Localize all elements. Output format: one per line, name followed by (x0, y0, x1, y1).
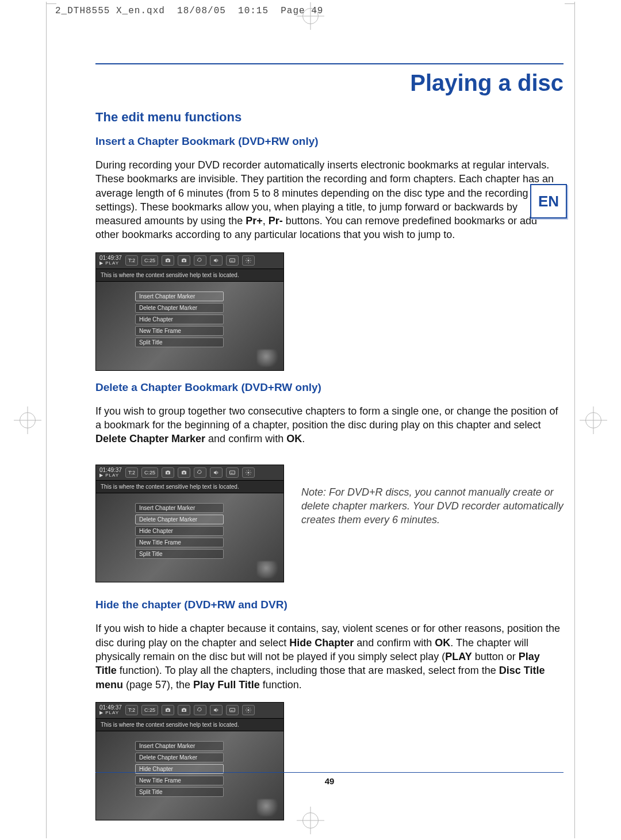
audio-icon (210, 255, 223, 266)
osd-menu: Insert Chapter MarkerDelete Chapter Mark… (96, 493, 283, 582)
osd-hide: 01:49:37▶ PLAYT:2C:25This is where the c… (95, 702, 284, 820)
osd-toolbar: 01:49:37▶ PLAYT:2C:25 (96, 703, 283, 719)
osd-chapter-chip: C:25 (141, 467, 158, 478)
osd-with-note-row: 01:49:37▶ PLAYT:2C:25This is where the c… (95, 457, 564, 589)
osd-preview-ghost (257, 561, 280, 578)
repeat-icon (194, 705, 206, 715)
audio-icon (210, 467, 223, 478)
osd-help-text: This is where the context sensitive help… (96, 719, 283, 731)
svg-rect-16 (233, 711, 234, 711)
page-title-rule (95, 63, 564, 64)
osd-chapter-chip: C:25 (141, 255, 158, 266)
osd-menu-item[interactable]: Insert Chapter Marker (135, 291, 224, 301)
osd-menu-item[interactable]: Split Title (135, 337, 224, 347)
osd-play-label: ▶ PLAY (99, 261, 122, 266)
angle-b-icon (178, 705, 190, 715)
svg-point-0 (167, 260, 168, 262)
crop-rule-left (46, 2, 47, 838)
subsection-insert-heading: Insert a Chapter Bookmark (DVD+RW only) (95, 135, 564, 148)
page-title: Playing a disc (95, 70, 564, 96)
svg-point-17 (247, 709, 249, 711)
svg-point-11 (247, 472, 249, 474)
osd-title-chip: T:2 (125, 255, 138, 266)
angle-b-icon (178, 467, 190, 478)
svg-rect-15 (231, 711, 233, 711)
osd-menu-item[interactable]: Insert Chapter Marker (135, 741, 224, 751)
subsection-insert-body: During recording your DVD recorder autom… (95, 158, 564, 242)
subtitle-icon (226, 705, 239, 715)
crop-tick-left (46, 3, 56, 4)
osd-menu-item[interactable]: Split Title (135, 549, 224, 559)
svg-point-12 (167, 709, 168, 711)
registration-mark-right (580, 406, 607, 434)
osd-toolbar: 01:49:37▶ PLAYT:2C:25 (96, 465, 283, 481)
subsection-hide-body: If you wish to hide a chapter because it… (95, 622, 564, 691)
settings-icon (242, 705, 255, 715)
svg-rect-8 (229, 471, 235, 474)
osd-menu-item[interactable]: Hide Chapter (135, 314, 224, 324)
angle-a-icon (162, 705, 174, 715)
osd-menu-item[interactable]: Delete Chapter Marker (135, 753, 224, 762)
menu-play-full-title: Play Full Title (193, 679, 260, 691)
osd-preview-ghost (257, 799, 280, 816)
osd-help-text: This is where the context sensitive help… (96, 269, 283, 282)
osd-menu-item[interactable]: Delete Chapter Marker (135, 515, 224, 524)
osd-menu: Insert Chapter MarkerDelete Chapter Mark… (96, 282, 283, 370)
osd-timecode: 01:49:37▶ PLAY (99, 255, 122, 266)
svg-rect-9 (231, 473, 233, 474)
text: If you wish to group together two consec… (95, 405, 558, 431)
key-ok: OK (286, 433, 302, 444)
osd-title-chip: T:2 (125, 705, 138, 715)
subtitle-icon (226, 467, 239, 478)
osd-toolbar: 01:49:37▶ PLAYT:2C:25 (96, 253, 283, 269)
key-pr-plus: Pr+ (246, 215, 263, 227)
key-ok: OK (435, 637, 450, 649)
osd-menu-item[interactable]: New Title Frame (135, 538, 224, 547)
menu-hide-chapter: Hide Chapter (289, 637, 354, 649)
crop-rule-right (574, 2, 575, 838)
osd-title-chip: T:2 (125, 467, 138, 478)
text: button or (472, 651, 519, 662)
key-pr-minus: Pr- (269, 215, 283, 227)
osd-menu-item[interactable]: Insert Chapter Marker (135, 503, 224, 513)
osd-timecode: 01:49:37▶ PLAY (99, 705, 122, 716)
svg-rect-4 (233, 261, 234, 262)
osd-chapter-chip: C:25 (141, 705, 158, 715)
subsection-delete-body: If you wish to group together two consec… (95, 404, 564, 446)
crop-tick-right (565, 3, 575, 4)
osd-insert: 01:49:37▶ PLAYT:2C:25This is where the c… (95, 252, 284, 371)
subtitle-icon (226, 255, 239, 266)
text: . (302, 433, 305, 444)
repeat-icon (194, 467, 206, 478)
osd-timecode: 01:49:37▶ PLAY (99, 467, 122, 478)
svg-rect-14 (229, 708, 235, 712)
angle-a-icon (162, 255, 174, 266)
key-play: PLAY (445, 651, 471, 662)
text: function). To play all the chapters, inc… (117, 665, 499, 676)
osd-help-text: This is where the context sensitive help… (96, 481, 283, 493)
osd-menu-item[interactable]: Split Title (135, 787, 224, 797)
settings-icon (242, 467, 255, 478)
osd-menu-item[interactable]: Delete Chapter Marker (135, 303, 224, 313)
settings-icon (242, 255, 255, 266)
registration-mark-left (14, 406, 41, 434)
osd-menu-item[interactable]: Hide Chapter (135, 526, 224, 536)
osd-menu-item[interactable]: New Title Frame (135, 326, 224, 336)
section-heading: The edit menu functions (95, 110, 564, 125)
menu-delete-chapter-marker: Delete Chapter Marker (95, 433, 205, 444)
page-number: 49 (95, 772, 564, 786)
audio-icon (210, 705, 223, 715)
osd-play-label: ▶ PLAY (99, 711, 122, 715)
angle-a-icon (162, 467, 174, 478)
svg-point-6 (167, 472, 168, 474)
text: , (263, 215, 269, 227)
text: and confirm with (208, 433, 286, 444)
prepress-meta: 2_DTH8555 X_en.qxd 18/08/05 10:15 Page 4… (55, 6, 323, 16)
page: 2_DTH8555 X_en.qxd 18/08/05 10:15 Page 4… (0, 0, 621, 840)
svg-rect-10 (233, 473, 234, 474)
text: and confirm with (356, 637, 435, 649)
subsection-hide-heading: Hide the chapter (DVD+RW and DVR) (95, 599, 564, 611)
osd-preview-ghost (257, 350, 280, 367)
language-badge: EN (530, 184, 567, 218)
text: (page 57), the (123, 679, 193, 691)
